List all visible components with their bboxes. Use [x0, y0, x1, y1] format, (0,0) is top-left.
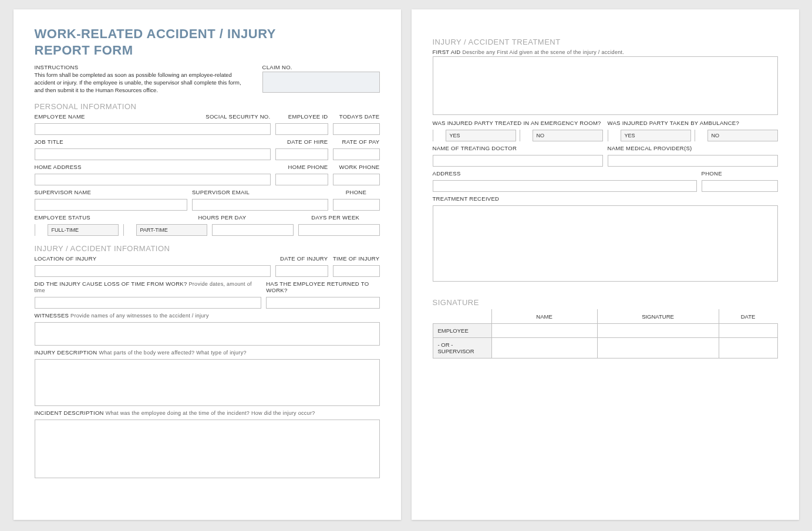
instructions-label: INSTRUCTIONS — [35, 64, 248, 70]
sig-employee-signature[interactable] — [597, 324, 719, 338]
amb-no-option[interactable]: NO — [695, 130, 778, 141]
employee-id-input[interactable] — [275, 123, 328, 135]
supervisor-name-input[interactable] — [35, 199, 187, 211]
work-phone-input[interactable] — [333, 174, 380, 185]
hours-day-label: HOURS PER DAY — [198, 214, 287, 221]
location-injury-label: LOCATION OF INJURY — [35, 255, 271, 262]
first-aid-label: FIRST AID Describe any First Aid given a… — [433, 49, 778, 55]
rate-pay-label: RATE OF PAY — [342, 138, 379, 145]
treatment-phone-input[interactable] — [702, 180, 778, 192]
provider-label: NAME MEDICAL PROVIDER(S) — [608, 145, 778, 151]
treatment-received-input[interactable] — [433, 205, 778, 282]
loss-time-label: DID THE INJURY CAUSE LOSS OF TIME FROM W… — [35, 280, 262, 293]
todays-date-input[interactable] — [333, 123, 380, 135]
sig-supervisor-name[interactable] — [491, 338, 597, 358]
signature-table: NAME SIGNATURE DATE EMPLOYEE - OR - SUPE… — [433, 309, 778, 358]
witnesses-input[interactable] — [35, 322, 380, 346]
claim-no-label: CLAIM NO. — [262, 64, 380, 70]
incident-desc-input[interactable] — [35, 420, 380, 478]
sig-col-signature: SIGNATURE — [597, 310, 719, 324]
doctor-input[interactable] — [433, 155, 603, 167]
er-no-option[interactable]: NO — [520, 130, 603, 141]
ambulance-question-label: WAS INJURED PARTY TAKEN BY AMBULANCE? — [608, 120, 778, 126]
full-time-checkbox[interactable] — [35, 224, 48, 236]
first-aid-input[interactable] — [433, 56, 778, 115]
home-phone-label: HOME PHONE — [288, 164, 328, 170]
date-hire-label: DATE OF HIRE — [287, 138, 328, 145]
returned-label: HAS THE EMPLOYEE RETURNED TO WORK? — [266, 280, 379, 293]
injury-desc-input[interactable] — [35, 359, 380, 406]
er-question-label: WAS INJURED PARTY TREATED IN AN EMERGENC… — [433, 120, 603, 126]
loss-time-input[interactable] — [35, 297, 261, 309]
supervisor-phone-input[interactable] — [333, 199, 380, 211]
sig-col-name: NAME — [491, 310, 597, 324]
claim-no-input[interactable] — [262, 72, 380, 93]
section-signature: SIGNATURE — [433, 298, 778, 307]
title-line-1: WORK-RELATED ACCIDENT / INJURY — [35, 26, 276, 41]
supervisor-email-label: SUPERVISOR EMAIL — [192, 189, 328, 195]
part-time-label: PART-TIME — [140, 227, 168, 233]
full-time-option[interactable]: FULL-TIME — [35, 224, 119, 236]
employee-id-label: EMPLOYEE ID — [288, 113, 328, 120]
injury-desc-label: INJURY DESCRIPTION What parts of the bod… — [35, 349, 247, 356]
location-injury-input[interactable] — [35, 265, 271, 277]
incident-desc-label: INCIDENT DESCRIPTION What was the employ… — [35, 410, 315, 416]
employee-name-label: EMPLOYEE NAME — [35, 113, 194, 120]
rate-pay-input[interactable] — [333, 148, 380, 160]
sig-supervisor-date[interactable] — [719, 338, 777, 358]
work-phone-label: WORK PHONE — [339, 164, 380, 170]
title-line-2: REPORT FORM — [35, 43, 133, 58]
employee-status-label: EMPLOYEE STATUS — [35, 214, 194, 221]
todays-date-label: TODAYS DATE — [339, 113, 380, 120]
job-title-label: JOB TITLE — [35, 138, 271, 145]
home-address-input[interactable] — [35, 174, 271, 185]
ssn-label: SOCIAL SECURITY NO. — [205, 113, 270, 120]
page-2: INJURY / ACCIDENT TREATMENT FIRST AID De… — [412, 9, 799, 520]
sig-row-employee-label: EMPLOYEE — [433, 324, 491, 338]
amb-no-checkbox[interactable] — [695, 130, 708, 141]
section-injury-info: INJURY / ACCIDENT INFORMATION — [35, 244, 380, 253]
sig-supervisor-signature[interactable] — [597, 338, 719, 358]
amb-yes-option[interactable]: YES — [608, 130, 691, 141]
supervisor-email-input[interactable] — [192, 199, 328, 211]
time-injury-input[interactable] — [333, 265, 380, 277]
treatment-received-label: TREATMENT RECEIVED — [433, 195, 500, 202]
sig-row-supervisor-label: - OR - SUPERVISOR — [433, 338, 491, 358]
sig-employee-date[interactable] — [719, 324, 777, 338]
returned-input[interactable] — [266, 297, 380, 309]
date-injury-input[interactable] — [275, 265, 328, 277]
part-time-checkbox[interactable] — [124, 224, 137, 236]
home-phone-input[interactable] — [275, 174, 328, 185]
time-injury-label: TIME OF INJURY — [333, 255, 380, 262]
sig-employee-name[interactable] — [491, 324, 597, 338]
sig-col-date: DATE — [719, 310, 777, 324]
section-personal: PERSONAL INFORMATION — [35, 102, 380, 111]
page-1: WORK-RELATED ACCIDENT / INJURY REPORT FO… — [14, 9, 401, 520]
er-yes-checkbox[interactable] — [433, 130, 446, 141]
doctor-label: NAME OF TREATING DOCTOR — [433, 145, 603, 151]
er-no-checkbox[interactable] — [520, 130, 533, 141]
form-title: WORK-RELATED ACCIDENT / INJURY REPORT FO… — [35, 26, 380, 58]
er-yes-option[interactable]: YES — [433, 130, 516, 141]
supervisor-phone-label: PHONE — [346, 189, 366, 195]
witnesses-label: WITNESSES Provide names of any witnesses… — [35, 312, 209, 319]
treatment-phone-label: PHONE — [702, 170, 778, 177]
provider-input[interactable] — [608, 155, 778, 167]
employee-name-input[interactable] — [35, 123, 271, 135]
home-address-label: HOME ADDRESS — [35, 164, 271, 170]
amb-yes-checkbox[interactable] — [608, 130, 621, 141]
days-week-label: DAYS PER WEEK — [311, 214, 359, 221]
treatment-address-input[interactable] — [433, 180, 697, 192]
job-title-input[interactable] — [35, 148, 271, 160]
instructions-text: This form shall be completed as soon as … — [35, 72, 248, 94]
full-time-label: FULL-TIME — [52, 227, 79, 233]
section-treatment: INJURY / ACCIDENT TREATMENT — [433, 38, 778, 46]
treatment-address-label: ADDRESS — [433, 170, 697, 177]
part-time-option[interactable]: PART-TIME — [123, 224, 207, 236]
date-hire-input[interactable] — [275, 148, 328, 160]
date-injury-label: DATE OF INJURY — [280, 255, 328, 262]
supervisor-name-label: SUPERVISOR NAME — [35, 189, 187, 195]
days-week-input[interactable] — [298, 224, 380, 236]
hours-day-input[interactable] — [212, 224, 294, 236]
